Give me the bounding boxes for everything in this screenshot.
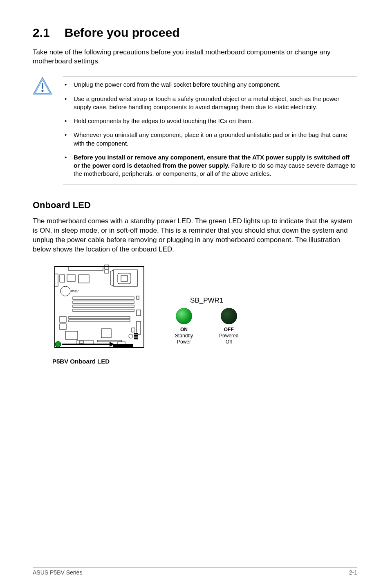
onboard-led-paragraph: The motherboard comes with a standby pow…: [33, 217, 357, 254]
intro-paragraph: Take note of the following precautions b…: [33, 48, 357, 67]
svg-rect-37: [79, 341, 83, 343]
svg-rect-4: [55, 267, 144, 348]
precautions-callout: Unplug the power cord from the wall sock…: [33, 76, 357, 184]
precaution-item: Before you install or remove any compone…: [63, 153, 357, 178]
svg-rect-10: [121, 276, 128, 281]
svg-point-35: [129, 334, 133, 338]
svg-rect-27: [101, 329, 111, 338]
svg-rect-24: [69, 320, 130, 322]
precaution-item: Unplug the power cord from the wall sock…: [63, 81, 357, 89]
precaution-item: Hold components by the edges to avoid to…: [63, 117, 357, 125]
led-on-column: ON Standby Power: [175, 308, 193, 345]
svg-point-3: [41, 90, 43, 92]
led-on-icon: [176, 308, 192, 324]
svg-rect-20: [137, 310, 141, 316]
svg-rect-5: [69, 267, 103, 271]
section-number: 2.1: [33, 25, 50, 41]
svg-point-41: [55, 341, 61, 347]
svg-point-15: [61, 286, 70, 296]
led-off-icon: [221, 308, 237, 324]
svg-rect-40: [113, 344, 133, 347]
onboard-led-heading: Onboard LED: [33, 199, 357, 211]
diagram-caption: P5BV Onboard LED: [52, 357, 146, 366]
svg-rect-12: [60, 275, 65, 282]
onboard-led-diagram: P5BV: [52, 264, 357, 366]
precaution-text: Unplug the power cord from the wall sock…: [74, 81, 280, 88]
led-off-column: OFF Powered Off: [219, 308, 238, 345]
svg-rect-26: [65, 331, 78, 339]
svg-rect-7: [105, 270, 109, 273]
svg-rect-14: [78, 275, 89, 283]
section-title: Before you proceed: [65, 26, 180, 39]
svg-rect-2: [42, 83, 43, 89]
svg-rect-17: [73, 301, 134, 303]
svg-rect-13: [67, 275, 75, 281]
svg-rect-19: [73, 309, 134, 312]
led-on-sub: Standby Power: [175, 333, 193, 345]
board-label: P5BV: [71, 290, 78, 293]
svg-rect-21: [137, 296, 139, 299]
precautions-list: Unplug the power cord from the wall sock…: [63, 76, 357, 184]
svg-rect-9: [118, 273, 131, 284]
motherboard-illustration: P5BV: [52, 264, 146, 366]
led-off-label: OFF: [224, 327, 234, 333]
led-legend: SB_PWR1 ON Standby Power OFF Powered Off: [175, 264, 238, 345]
precaution-item: Use a grounded wrist strap or touch a sa…: [63, 95, 357, 112]
precaution-item: Whenever you uninstall any component, pl…: [63, 131, 357, 148]
svg-rect-16: [73, 297, 134, 299]
precaution-text: Hold components by the edges to avoid to…: [74, 117, 253, 124]
svg-rect-11: [55, 274, 58, 286]
svg-rect-25: [60, 324, 66, 330]
led-legend-title: SB_PWR1: [175, 296, 238, 305]
svg-rect-29: [132, 328, 135, 332]
precaution-text: Whenever you uninstall any component, pl…: [74, 131, 347, 146]
caution-icon: [33, 76, 52, 97]
svg-rect-18: [73, 305, 134, 307]
svg-rect-38: [97, 340, 122, 342]
precaution-text: Use a grounded wrist strap or touch a sa…: [74, 95, 339, 110]
section-heading: 2.1Before you proceed: [33, 25, 357, 41]
svg-rect-23: [69, 316, 130, 319]
svg-rect-39: [118, 342, 125, 344]
led-off-sub: Powered Off: [219, 333, 238, 345]
led-on-label: ON: [180, 327, 188, 333]
svg-rect-22: [60, 316, 66, 322]
svg-rect-28: [137, 321, 141, 334]
